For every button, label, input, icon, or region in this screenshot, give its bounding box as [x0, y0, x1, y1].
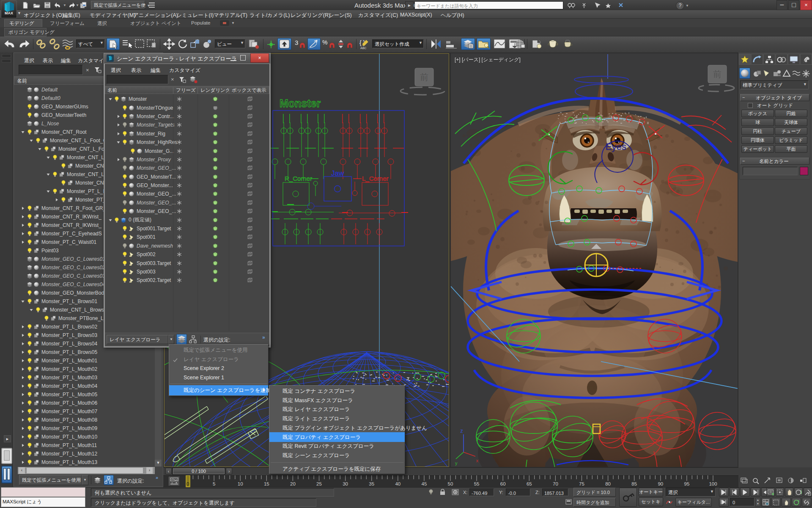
- svg-text:0: 0: [187, 481, 189, 486]
- svg-text:90: 90: [658, 481, 663, 486]
- svg-text:40: 40: [395, 481, 401, 486]
- svg-text:前: 前: [713, 69, 721, 79]
- svg-text:35: 35: [369, 481, 374, 486]
- svg-text:10: 10: [238, 481, 243, 486]
- svg-text:Eyes: Eyes: [606, 141, 626, 152]
- svg-text:20: 20: [290, 481, 296, 486]
- svg-text:60: 60: [500, 481, 506, 486]
- svg-text:z: z: [460, 428, 463, 434]
- svg-text:85: 85: [631, 481, 637, 486]
- svg-text:前: 前: [420, 72, 428, 82]
- svg-text:55: 55: [474, 481, 480, 486]
- svg-text:L_Corner: L_Corner: [362, 175, 389, 182]
- svg-text:Monster: Monster: [280, 97, 321, 109]
- svg-text:80: 80: [605, 481, 611, 486]
- svg-text:95: 95: [684, 481, 690, 486]
- svg-text:5: 5: [213, 481, 215, 486]
- svg-text:75: 75: [579, 481, 584, 486]
- svg-text:R_Corner: R_Corner: [285, 175, 312, 182]
- svg-text:45: 45: [422, 481, 427, 486]
- svg-text:100: 100: [709, 481, 717, 486]
- svg-text:x: x: [476, 458, 479, 463]
- svg-text:50: 50: [448, 481, 453, 486]
- svg-text:65: 65: [527, 481, 532, 486]
- svg-text:y: y: [455, 461, 458, 466]
- svg-text:ABC: ABC: [360, 47, 366, 50]
- svg-text:Jaw: Jaw: [331, 169, 344, 177]
- svg-text:70: 70: [553, 481, 558, 486]
- svg-text:25: 25: [316, 481, 322, 486]
- svg-text:15: 15: [264, 481, 269, 486]
- svg-text:30: 30: [343, 481, 348, 486]
